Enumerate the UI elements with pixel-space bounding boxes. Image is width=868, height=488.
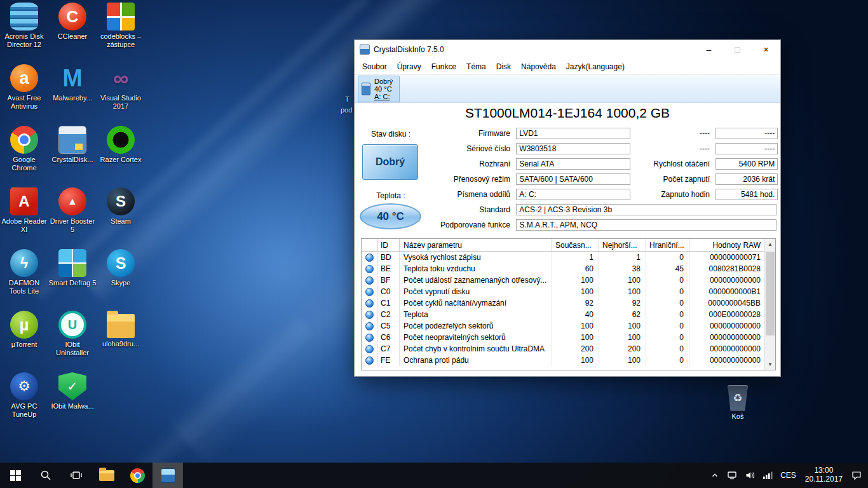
smart-row-c1[interactable]: C1 Počet cyklů načítání/vymazání 92 92 0… [362, 297, 775, 309]
table-scrollbar[interactable]: ▲ ▼ [764, 239, 775, 370]
field-value: ---- [715, 143, 778, 154]
menu-item-pravy[interactable]: Úpravy [392, 59, 426, 74]
desktop-icon-codeblocks[interactable]: codeblocks – zástupce [97, 0, 145, 62]
desktop-icon-smartdefrag[interactable]: Smart Defrag 5 [48, 247, 97, 308]
smart-raw: 000000000000 [689, 320, 766, 332]
action-center-button[interactable] [848, 463, 865, 488]
desktop-icon-image [107, 126, 135, 154]
tray-overflow-button[interactable] [707, 463, 723, 488]
desktop-icon-daemon[interactable]: DAEMON Tools Lite [0, 247, 48, 308]
desktop-icon-vs2017[interactable]: Visual Studio 2017 [97, 62, 145, 123]
clock[interactable]: 13:00 20.11.2017 [800, 463, 848, 488]
smart-current: 200 [552, 343, 599, 355]
desktop-icon-image [58, 372, 86, 400]
desktop-icon-crystaldisk[interactable]: CrystalDisk... [48, 123, 97, 185]
scroll-up-icon[interactable]: ▲ [765, 239, 775, 250]
smart-current: 100 [552, 274, 599, 286]
desktop-icon-label: AVG PC TuneUp [0, 402, 48, 419]
status-dot-icon [365, 299, 374, 308]
smart-threshold: 0 [646, 343, 689, 355]
desktop-icon-image [58, 64, 86, 92]
scroll-down-icon[interactable]: ▼ [765, 359, 775, 370]
smart-row-be[interactable]: BE Teplota toku vzduchu 60 38 45 0080281… [362, 263, 775, 274]
smart-worst: 1 [599, 252, 646, 263]
file-explorer-button[interactable] [92, 463, 122, 488]
desktop-icon-avg[interactable]: AVG PC TuneUp [0, 370, 48, 431]
menu-item-soubor[interactable]: Soubor [357, 59, 392, 74]
desktop-icon-driverbooster[interactable]: Driver Booster 5 [48, 185, 97, 247]
desktop-icon-adobe[interactable]: Adobe Reader XI [0, 185, 48, 247]
drive-tab[interactable]: Dobrý 40 °C A: C: [358, 76, 400, 102]
network-tray-button[interactable] [723, 463, 741, 488]
desktop-icon-label: Acronis Disk Director 12 [0, 32, 48, 49]
desktop-icon-skype[interactable]: Skype [97, 247, 145, 308]
obscured-desktop-icon[interactable]: T pod [339, 95, 354, 114]
desktop-icon-iobit-uninstaller[interactable]: IObit Uninstaller [48, 308, 97, 370]
menu-item-jazyk-language[interactable]: Jazyk(Language) [561, 59, 630, 74]
smart-worst: 62 [599, 309, 646, 320]
field-row: ---- ---- [555, 128, 778, 139]
recycle-bin-label: Koš [714, 412, 761, 421]
recycle-bin[interactable]: ♻ Koš [714, 385, 761, 421]
drive-icon [362, 83, 370, 95]
smart-row-c0[interactable]: C0 Počet vypnutí disku 100 100 0 0000000… [362, 286, 775, 297]
smart-row-c5[interactable]: C5 Počet podezřelých sektorů 100 100 0 0… [362, 320, 775, 332]
language-indicator[interactable]: CES [776, 463, 800, 488]
desktop-icon-ccleaner[interactable]: CCleaner [48, 0, 97, 62]
crystaldiskinfo-taskbar-button[interactable] [153, 463, 183, 488]
desktop-icon-avast[interactable]: Avast Free Antivirus [0, 62, 48, 123]
close-button[interactable]: × [752, 40, 780, 59]
desktop-icon-malwarebytes[interactable]: Malwareby... [48, 62, 97, 123]
desktop-icon-label: uloha9dru... [97, 340, 145, 348]
chrome-taskbar-button[interactable] [122, 463, 153, 488]
smart-name: Teplota toku vzduchu [400, 263, 552, 274]
minimize-button[interactable]: – [695, 40, 723, 59]
smart-id: C5 [378, 320, 400, 332]
title-bar[interactable]: CrystalDiskInfo 7.5.0 – □ × [355, 40, 780, 59]
desktop-icon-folder[interactable]: uloha9dru... [97, 308, 145, 370]
window-content: ST1000LM014-1EJ164 1000,2 GB Stav disku … [355, 103, 780, 376]
search-button[interactable] [31, 463, 61, 488]
smart-raw: 000000000000 [689, 343, 766, 355]
menu-item-disk[interactable]: Disk [491, 59, 516, 74]
desktop-icon-chrome[interactable]: Google Chrome [0, 123, 48, 185]
smart-row-c2[interactable]: C2 Teplota 40 62 0 000E00000028 [362, 309, 775, 320]
menu-item-n-pov-da[interactable]: Nápověda [516, 59, 561, 74]
menu-item-t-ma[interactable]: Téma [461, 59, 491, 74]
file-explorer-icon [99, 470, 114, 481]
status-dot-icon [365, 322, 374, 330]
desktop-icon-label: Skype [97, 279, 145, 287]
status-dot-icon [365, 288, 374, 296]
desktop-icon-image [10, 372, 38, 400]
app-icon [360, 44, 370, 55]
volume-tray-button[interactable] [741, 463, 759, 488]
desktop-icon-utorrent[interactable]: µTorrent [0, 308, 48, 370]
smart-raw: 000000000000 [689, 274, 766, 286]
desktop-icon-image [10, 311, 38, 339]
smart-row-c6[interactable]: C6 Počet neopravitelných sektorů 100 100… [362, 332, 775, 343]
field-label: Rozhraní [356, 158, 514, 170]
smart-current: 1 [552, 252, 599, 263]
task-view-button[interactable] [61, 463, 92, 488]
desktop-icon-razer[interactable]: Razer Cortex [97, 123, 145, 185]
smart-row-bf[interactable]: BF Počet událostí zaznamenaných otřesový… [362, 274, 775, 286]
field-label: ---- [555, 128, 714, 139]
maximize-button[interactable]: □ [723, 40, 752, 59]
smart-raw: 0000000045BB [689, 297, 766, 309]
smart-current: 100 [552, 332, 599, 343]
desktop-icon-acronis[interactable]: Acronis Disk Director 12 [0, 0, 48, 62]
smart-row-c7[interactable]: C7 Počet chyb v kontrolním součtu UltraD… [362, 343, 775, 355]
smart-worst: 92 [599, 297, 646, 309]
desktop-icon-iobit-malware[interactable]: IObit Malwa... [48, 370, 97, 431]
start-button[interactable] [0, 463, 31, 488]
smart-row-fe[interactable]: FE Ochrana proti pádu 100 100 0 00000000… [362, 355, 775, 366]
smart-threshold: 0 [646, 355, 689, 366]
smart-raw: 000000000000 [689, 332, 766, 343]
smart-row-bd[interactable]: BD Vysoká rychlost zápisu 1 1 0 00000000… [362, 252, 775, 263]
signal-tray-button[interactable] [759, 463, 776, 488]
desktop-icon-steam[interactable]: Steam [97, 185, 145, 247]
crystaldiskinfo-window: CrystalDiskInfo 7.5.0 – □ × Soubor Úprav… [354, 39, 781, 377]
menu-item-funkce[interactable]: Funkce [426, 59, 461, 74]
task-view-icon [71, 470, 82, 481]
scrollbar-thumb[interactable] [766, 252, 775, 336]
